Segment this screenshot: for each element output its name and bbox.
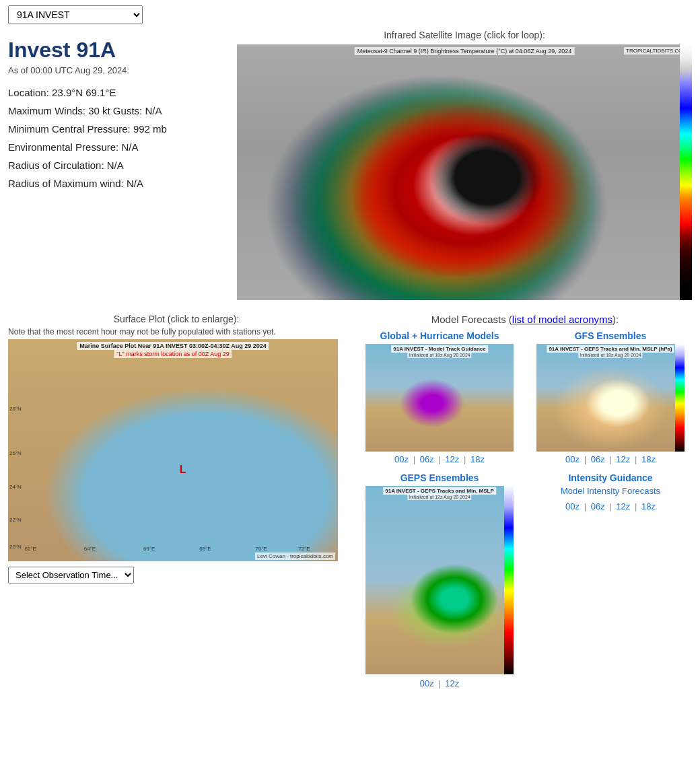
models-section-label: Model Forecasts (list of model acronyms)…: [358, 314, 692, 325]
global-model-card: Global + Hurricane Models 91A INVEST - M…: [358, 330, 521, 464]
satellite-image[interactable]: Meteosat-9 Channel 9 (IR) Brightness Tem…: [237, 44, 692, 300]
lon-64: 64°E: [84, 546, 96, 552]
surface-credit: Levi Cowan - tropicaltidbits.com: [255, 553, 335, 560]
surface-note: Note that the most recent hour may not b…: [8, 327, 345, 336]
gefs-link-00z[interactable]: 00z: [565, 454, 580, 464]
storm-as-of: As of 00:00 UTC Aug 29, 2024:: [8, 65, 223, 75]
sep7: |: [438, 678, 440, 688]
intensity-link-00z[interactable]: 00z: [565, 501, 580, 511]
geps-model-card: GEPS Ensembles 91A INVEST - GEPS Tracks …: [358, 472, 521, 688]
model-intensity-forecasts-link[interactable]: Model Intensity Forecasts: [561, 486, 660, 496]
main-content: Invest 91A As of 00:00 UTC Aug 29, 2024:…: [0, 30, 700, 688]
models-section: Model Forecasts (list of model acronyms)…: [358, 314, 692, 688]
geps-colorbar: [504, 486, 514, 674]
global-link-00z[interactable]: 00z: [394, 454, 409, 464]
satellite-section: Infrared Satellite Image (click for loop…: [237, 30, 692, 300]
global-model-label: Global + Hurricane Models: [380, 330, 499, 341]
geps-model-links: 00z | 12z: [420, 678, 460, 688]
lat-26: 26°N: [9, 450, 22, 456]
intensity-card: Intensity Guidance Model Intensity Forec…: [529, 472, 692, 688]
storm-title: Invest 91A: [8, 38, 223, 63]
lat-20: 20°N: [9, 544, 22, 550]
intensity-label: Intensity Guidance: [568, 472, 652, 483]
lon-68: 68°E: [199, 546, 211, 552]
sep1: |: [413, 454, 415, 464]
geps-map-sub: Initialized at 12z Aug 28 2024: [407, 494, 471, 500]
storm-max-winds: Maximum Winds: 30 kt Gusts: N/A: [8, 102, 223, 120]
lat-28: 28°N: [9, 406, 22, 412]
sep10: |: [635, 501, 637, 511]
global-link-12z[interactable]: 12z: [445, 454, 459, 464]
models-grid: Global + Hurricane Models 91A INVEST - M…: [358, 330, 692, 688]
geps-model-label: GEPS Ensembles: [400, 472, 479, 483]
sep9: |: [609, 501, 611, 511]
gefs-link-18z[interactable]: 18z: [641, 454, 656, 464]
geps-link-00z[interactable]: 00z: [420, 678, 434, 688]
gefs-colorbar: [675, 344, 685, 452]
models-acronym-link[interactable]: list of model acronyms: [512, 314, 612, 325]
sep6: |: [635, 454, 637, 464]
lon-72: 72°E: [298, 546, 310, 552]
storm-marker: L: [180, 464, 186, 476]
storm-location: Location: 23.9°N 69.1°E: [8, 83, 223, 102]
storm-radius-circ: Radius of Circulation: N/A: [8, 156, 223, 174]
sep3: |: [464, 454, 466, 464]
gefs-link-12z[interactable]: 12z: [616, 454, 630, 464]
surface-map-subtitle: "L" marks storm location as of 00Z Aug 2…: [114, 350, 232, 358]
global-link-06z[interactable]: 06z: [420, 454, 434, 464]
intensity-link-12z[interactable]: 12z: [616, 501, 630, 511]
obs-time-select[interactable]: Select Observation Time...: [8, 567, 134, 583]
gefs-model-links: 00z | 06z | 12z | 18z: [565, 454, 656, 464]
geps-link-12z[interactable]: 12z: [445, 678, 459, 688]
storm-selector[interactable]: 91A INVEST: [8, 5, 143, 24]
intensity-model-links: 00z | 06z | 12z | 18z: [565, 501, 656, 511]
satellite-header: Meteosat-9 Channel 9 (IR) Brightness Tem…: [355, 47, 575, 55]
section-bottom: Surface Plot (click to enlarge): Note th…: [8, 314, 692, 688]
intensity-link-18z[interactable]: 18z: [641, 501, 656, 511]
gefs-model-image[interactable]: 91A INVEST - GEFS Tracks and Min. MSLP (…: [536, 344, 685, 452]
intensity-sub-link: Model Intensity Forecasts: [561, 486, 660, 496]
gefs-map-sub: Initialized at 18z Aug 28 2024: [578, 352, 642, 358]
storm-min-pressure: Minimum Central Pressure: 992 mb: [8, 120, 223, 138]
top-bar: 91A INVEST: [0, 0, 700, 30]
obs-select-container: Select Observation Time...: [8, 567, 345, 583]
lat-22: 22°N: [9, 517, 22, 523]
surface-plot-section: Surface Plot (click to enlarge): Note th…: [8, 314, 345, 688]
surface-plot-label: Surface Plot (click to enlarge):: [8, 314, 345, 324]
gefs-model-card: GFS Ensembles 91A INVEST - GEFS Tracks a…: [529, 330, 692, 464]
intensity-link-06z[interactable]: 06z: [591, 501, 605, 511]
sep8: |: [584, 501, 586, 511]
lon-70: 70°E: [256, 546, 267, 552]
gefs-link-06z[interactable]: 06z: [591, 454, 605, 464]
geps-model-image[interactable]: 91A INVEST - GEPS Tracks and Min. MSLP I…: [365, 486, 514, 674]
satellite-label: Infrared Satellite Image (click for loop…: [237, 30, 692, 40]
gefs-model-label: GFS Ensembles: [575, 330, 647, 341]
lat-24: 24°N: [9, 484, 22, 490]
lon-66: 66°E: [143, 546, 155, 552]
left-info: Invest 91A As of 00:00 UTC Aug 29, 2024:…: [8, 30, 223, 300]
global-link-18z[interactable]: 18z: [470, 454, 485, 464]
global-model-links: 00z | 06z | 12z | 18z: [394, 454, 485, 464]
sep5: |: [609, 454, 611, 464]
satellite-colorbar: [680, 44, 692, 300]
storm-radius-max-wind: Radius of Maximum wind: N/A: [8, 174, 223, 192]
lon-62: 62°E: [25, 546, 36, 552]
storm-env-pressure: Environmental Pressure: N/A: [8, 138, 223, 156]
models-label-prefix: Model Forecasts (: [431, 314, 512, 325]
storm-details: Location: 23.9°N 69.1°E Maximum Winds: 3…: [8, 83, 223, 192]
sep2: |: [438, 454, 440, 464]
surface-map-title: Marine Surface Plot Near 91A INVEST 03:0…: [77, 342, 269, 350]
sep4: |: [584, 454, 586, 464]
models-label-suffix: ):: [612, 314, 619, 325]
surface-map[interactable]: Marine Surface Plot Near 91A INVEST 03:0…: [8, 339, 338, 561]
global-map-sub: Initialized at 18z Aug 28 2024: [407, 352, 471, 358]
section-top: Invest 91A As of 00:00 UTC Aug 29, 2024:…: [8, 30, 692, 300]
global-model-image[interactable]: 91A INVEST - Model Track Guidance Initia…: [365, 344, 514, 452]
